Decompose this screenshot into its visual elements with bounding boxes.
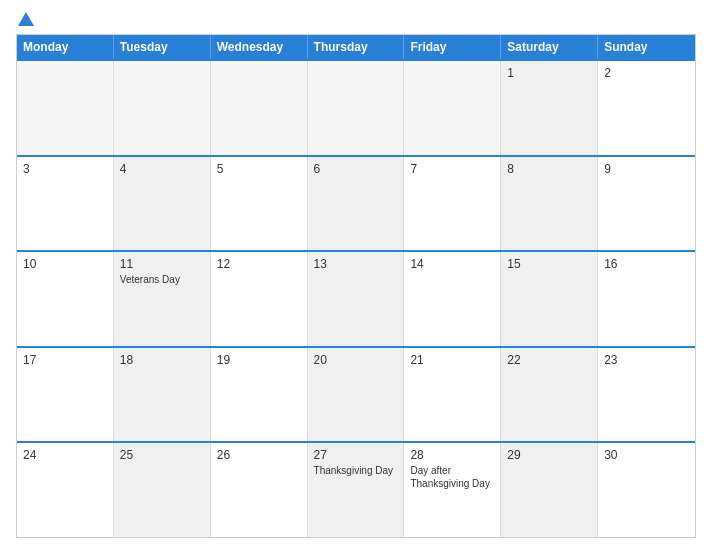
calendar-cell: 19	[211, 348, 308, 442]
header-friday: Friday	[404, 35, 501, 59]
calendar-cell: 15	[501, 252, 598, 346]
day-number: 10	[23, 257, 107, 271]
calendar-cell: 11Veterans Day	[114, 252, 211, 346]
calendar-body: 1234567891011Veterans Day121314151617181…	[17, 59, 695, 537]
day-number: 21	[410, 353, 494, 367]
calendar-row: 12	[17, 59, 695, 155]
day-number: 8	[507, 162, 591, 176]
header-saturday: Saturday	[501, 35, 598, 59]
calendar-cell: 21	[404, 348, 501, 442]
calendar-cell: 17	[17, 348, 114, 442]
day-number: 7	[410, 162, 494, 176]
holiday-label: Veterans Day	[120, 273, 204, 286]
calendar-cell: 26	[211, 443, 308, 537]
day-number: 23	[604, 353, 689, 367]
day-number: 1	[507, 66, 591, 80]
calendar-cell: 27Thanksgiving Day	[308, 443, 405, 537]
day-number: 12	[217, 257, 301, 271]
holiday-label: Thanksgiving Day	[314, 464, 398, 477]
day-number: 9	[604, 162, 689, 176]
day-number: 14	[410, 257, 494, 271]
day-number: 11	[120, 257, 204, 271]
calendar-row: 17181920212223	[17, 346, 695, 442]
calendar-cell	[308, 61, 405, 155]
day-number: 15	[507, 257, 591, 271]
calendar-cell: 28Day afterThanksgiving Day	[404, 443, 501, 537]
calendar-cell: 30	[598, 443, 695, 537]
day-number: 27	[314, 448, 398, 462]
calendar-cell: 5	[211, 157, 308, 251]
day-number: 25	[120, 448, 204, 462]
logo	[16, 12, 34, 26]
calendar-cell: 16	[598, 252, 695, 346]
day-number: 29	[507, 448, 591, 462]
calendar-cell: 9	[598, 157, 695, 251]
day-number: 2	[604, 66, 689, 80]
calendar-cell	[404, 61, 501, 155]
calendar-cell: 18	[114, 348, 211, 442]
header	[16, 12, 696, 26]
header-monday: Monday	[17, 35, 114, 59]
day-number: 20	[314, 353, 398, 367]
calendar-header: Monday Tuesday Wednesday Thursday Friday…	[17, 35, 695, 59]
calendar-cell: 23	[598, 348, 695, 442]
calendar-cell: 6	[308, 157, 405, 251]
day-number: 17	[23, 353, 107, 367]
page: Monday Tuesday Wednesday Thursday Friday…	[0, 0, 712, 550]
calendar-row: 24252627Thanksgiving Day28Day afterThank…	[17, 441, 695, 537]
day-number: 13	[314, 257, 398, 271]
day-number: 19	[217, 353, 301, 367]
day-number: 30	[604, 448, 689, 462]
calendar-row: 1011Veterans Day1213141516	[17, 250, 695, 346]
calendar-cell: 2	[598, 61, 695, 155]
calendar-cell: 3	[17, 157, 114, 251]
day-number: 3	[23, 162, 107, 176]
calendar-cell: 4	[114, 157, 211, 251]
header-sunday: Sunday	[598, 35, 695, 59]
day-number: 4	[120, 162, 204, 176]
calendar-row: 3456789	[17, 155, 695, 251]
calendar-cell: 1	[501, 61, 598, 155]
day-number: 22	[507, 353, 591, 367]
header-thursday: Thursday	[308, 35, 405, 59]
calendar-cell	[211, 61, 308, 155]
day-number: 28	[410, 448, 494, 462]
header-wednesday: Wednesday	[211, 35, 308, 59]
calendar: Monday Tuesday Wednesday Thursday Friday…	[16, 34, 696, 538]
calendar-cell: 8	[501, 157, 598, 251]
header-tuesday: Tuesday	[114, 35, 211, 59]
calendar-cell: 14	[404, 252, 501, 346]
day-number: 26	[217, 448, 301, 462]
calendar-cell: 7	[404, 157, 501, 251]
day-number: 18	[120, 353, 204, 367]
holiday-label: Day afterThanksgiving Day	[410, 464, 494, 490]
calendar-cell: 10	[17, 252, 114, 346]
calendar-cell: 12	[211, 252, 308, 346]
calendar-cell: 20	[308, 348, 405, 442]
logo-triangle-icon	[18, 12, 34, 26]
calendar-cell: 22	[501, 348, 598, 442]
day-number: 24	[23, 448, 107, 462]
calendar-cell: 13	[308, 252, 405, 346]
calendar-cell: 25	[114, 443, 211, 537]
calendar-cell	[114, 61, 211, 155]
day-number: 5	[217, 162, 301, 176]
day-number: 16	[604, 257, 689, 271]
calendar-cell	[17, 61, 114, 155]
calendar-cell: 29	[501, 443, 598, 537]
calendar-cell: 24	[17, 443, 114, 537]
day-number: 6	[314, 162, 398, 176]
